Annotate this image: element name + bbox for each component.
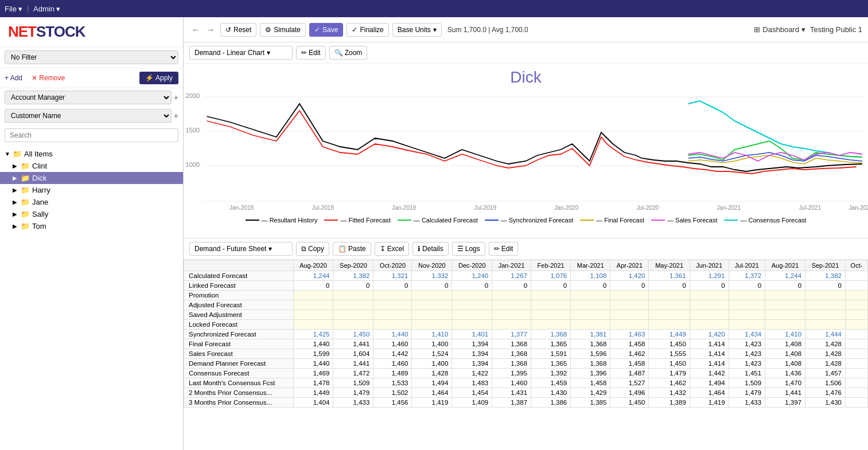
cell-7-14[interactable] [845, 339, 867, 349]
cell-11-3[interactable]: 1,494 [412, 378, 452, 388]
tree-item-harry[interactable]: ▶ 📁 Harry [0, 184, 183, 196]
file-menu[interactable]: File ▾ [5, 5, 22, 13]
cell-5-14[interactable] [845, 320, 867, 330]
cell-13-4[interactable]: 1,409 [452, 398, 492, 408]
copy-btn[interactable]: ⧉ Copy [296, 242, 329, 256]
cell-12-6[interactable]: 1,430 [531, 388, 571, 398]
customer-select[interactable]: Customer Name [5, 109, 172, 123]
chart-type-select[interactable]: Demand - Linear Chart ▾ [189, 46, 293, 60]
cell-3-6[interactable] [531, 300, 571, 310]
cell-6-7[interactable]: 1,381 [571, 330, 610, 339]
cell-7-11[interactable]: 1,423 [729, 339, 765, 349]
cell-9-14[interactable] [845, 359, 867, 369]
tree-item-all-items[interactable]: ▼ 📁 All Items [0, 148, 183, 160]
cell-4-1[interactable] [333, 310, 373, 320]
cell-7-7[interactable]: 1,368 [571, 339, 610, 349]
cell-11-13[interactable]: 1,506 [805, 378, 846, 388]
add-customer-icon[interactable]: + [174, 111, 178, 120]
cell-8-12[interactable]: 1,408 [765, 349, 805, 359]
cell-12-5[interactable]: 1,431 [492, 388, 531, 398]
cell-11-12[interactable]: 1,470 [765, 378, 805, 388]
cell-12-2[interactable]: 1,502 [373, 388, 412, 398]
cell-4-5[interactable] [492, 310, 531, 320]
cell-13-1[interactable]: 1,433 [333, 398, 373, 408]
cell-0-12[interactable]: 1,244 [765, 271, 805, 281]
cell-3-7[interactable] [571, 300, 610, 310]
cell-12-10[interactable]: 1,464 [690, 388, 729, 398]
cell-4-10[interactable] [690, 310, 729, 320]
cell-9-6[interactable]: 1,365 [531, 359, 571, 369]
cell-2-5[interactable] [492, 291, 531, 300]
cell-6-4[interactable]: 1,401 [452, 330, 492, 339]
table-edit-btn[interactable]: ✏ Edit [489, 242, 519, 256]
details-btn[interactable]: ℹ Details [412, 242, 449, 256]
cell-1-1[interactable]: 0 [333, 281, 373, 291]
cell-9-5[interactable]: 1,368 [492, 359, 531, 369]
save-btn[interactable]: ✓ Save [309, 23, 343, 37]
cell-3-2[interactable] [373, 300, 412, 310]
cell-10-5[interactable]: 1,395 [492, 369, 531, 378]
cell-6-9[interactable]: 1,449 [649, 330, 690, 339]
remove-filter-btn[interactable]: ✕ Remove [32, 74, 65, 82]
cell-13-8[interactable]: 1,450 [610, 398, 649, 408]
cell-8-7[interactable]: 1,596 [571, 349, 610, 359]
cell-9-2[interactable]: 1,460 [373, 359, 412, 369]
cell-9-9[interactable]: 1,450 [649, 359, 690, 369]
cell-10-9[interactable]: 1,479 [649, 369, 690, 378]
cell-4-3[interactable] [412, 310, 452, 320]
base-units-select[interactable]: Base Units ▾ [392, 23, 442, 37]
apply-btn[interactable]: ⚡ Apply [139, 72, 178, 84]
cell-10-14[interactable] [845, 369, 867, 378]
cell-13-11[interactable]: 1,433 [729, 398, 765, 408]
tree-item-dick[interactable]: ▶ 📁 Dick [0, 172, 183, 184]
cell-3-13[interactable] [805, 300, 846, 310]
cell-5-4[interactable] [452, 320, 492, 330]
paste-btn[interactable]: 📋 Paste [333, 242, 371, 256]
cell-12-9[interactable]: 1,432 [649, 388, 690, 398]
cell-3-12[interactable] [765, 300, 805, 310]
cell-11-4[interactable]: 1,483 [452, 378, 492, 388]
cell-5-1[interactable] [333, 320, 373, 330]
cell-2-6[interactable] [531, 291, 571, 300]
cell-13-3[interactable]: 1,419 [412, 398, 452, 408]
cell-6-12[interactable]: 1,410 [765, 330, 805, 339]
cell-0-3[interactable]: 1,332 [412, 271, 452, 281]
cell-5-7[interactable] [571, 320, 610, 330]
cell-10-0[interactable]: 1,469 [293, 369, 333, 378]
cell-11-7[interactable]: 1,458 [571, 378, 610, 388]
cell-8-14[interactable] [845, 349, 867, 359]
cell-12-11[interactable]: 1,479 [729, 388, 765, 398]
cell-4-2[interactable] [373, 310, 412, 320]
cell-4-11[interactable] [729, 310, 765, 320]
cell-0-14[interactable] [845, 271, 867, 281]
cell-13-9[interactable]: 1,389 [649, 398, 690, 408]
cell-13-0[interactable]: 1,404 [293, 398, 333, 408]
cell-1-14[interactable] [845, 281, 867, 291]
cell-11-10[interactable]: 1,494 [690, 378, 729, 388]
cell-13-14[interactable] [845, 398, 867, 408]
chart-zoom-btn[interactable]: 🔍 Zoom [329, 46, 368, 60]
cell-8-0[interactable]: 1,599 [293, 349, 333, 359]
cell-5-8[interactable] [610, 320, 649, 330]
cell-5-0[interactable] [293, 320, 333, 330]
cell-1-7[interactable]: 0 [571, 281, 610, 291]
cell-9-12[interactable]: 1,408 [765, 359, 805, 369]
cell-4-7[interactable] [571, 310, 610, 320]
cell-7-9[interactable]: 1,450 [649, 339, 690, 349]
cell-5-10[interactable] [690, 320, 729, 330]
cell-8-8[interactable]: 1,462 [610, 349, 649, 359]
cell-6-1[interactable]: 1,450 [333, 330, 373, 339]
cell-4-4[interactable] [452, 310, 492, 320]
cell-8-4[interactable]: 1,394 [452, 349, 492, 359]
cell-2-11[interactable] [729, 291, 765, 300]
reset-btn[interactable]: ↺ Reset [220, 23, 256, 37]
cell-8-6[interactable]: 1,591 [531, 349, 571, 359]
excel-btn[interactable]: ↧ Excel [375, 242, 409, 256]
cell-0-9[interactable]: 1,361 [649, 271, 690, 281]
add-account-manager-icon[interactable]: + [174, 93, 178, 102]
cell-11-9[interactable]: 1,462 [649, 378, 690, 388]
cell-9-4[interactable]: 1,394 [452, 359, 492, 369]
tree-item-tom[interactable]: ▶ 📁 Tom [0, 220, 183, 232]
search-input[interactable] [5, 128, 178, 142]
cell-11-8[interactable]: 1,527 [610, 378, 649, 388]
